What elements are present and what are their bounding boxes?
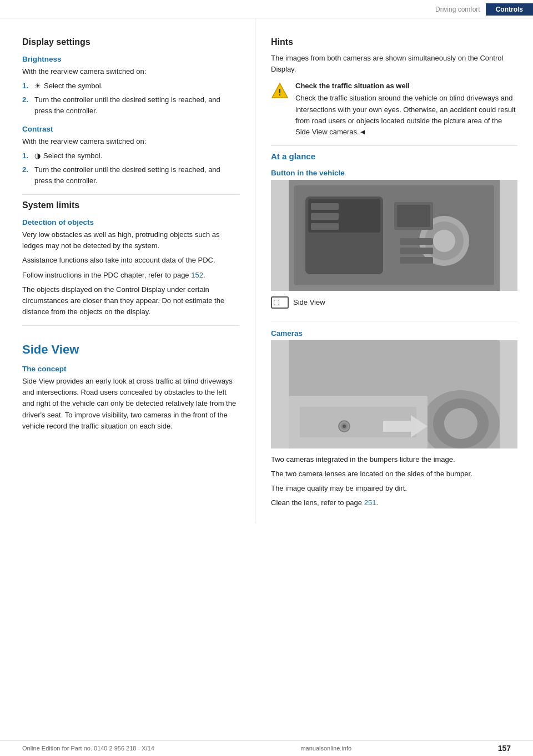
cameras-subtitle: Cameras [271,329,517,337]
detection-subtitle: Detection of objects [22,218,239,226]
warning-body-text: Check the traffic situation around the v… [295,94,516,135]
warning-content: Check the traffic situation as well Chec… [295,80,517,138]
warning-icon: ! [271,82,291,101]
step-text: Turn the controller until the desired se… [34,164,239,187]
page-link-251[interactable]: 251 [364,498,376,507]
divider-right-2 [271,321,517,321]
contrast-step-2: 2. Turn the controller until the desired… [22,164,239,187]
concept-text: Side View provides an early look at cros… [22,376,239,432]
divider-2 [22,325,239,326]
page-footer: Online Edition for Part no. 0140 2 956 2… [0,740,533,756]
system-limits-title: System limits [22,200,239,210]
contrast-icon: ◑ [34,150,41,162]
svg-rect-7 [311,213,339,220]
brightness-step-2: 2. Turn the controller until the desired… [22,94,239,117]
cameras-svg [289,340,500,448]
hints-title: Hints [271,37,517,47]
side-view-icon-row: Side View [271,296,325,309]
warning-box: ! Check the traffic situation as well Ch… [271,80,517,138]
detection-para-4: The objects displayed on the Control Dis… [22,284,239,317]
right-column: Hints The images from both cameras are s… [255,18,533,523]
at-a-glance-title: At a glance [271,152,517,161]
cameras-caption-4-text: Clean the lens, refer to page [271,498,364,507]
step-num: 2. [22,94,34,105]
svg-rect-8 [311,223,339,230]
divider-right-1 [271,145,517,146]
display-settings-title: Display settings [22,37,239,47]
footer-edition: Online Edition for Part no. 0140 2 956 2… [22,745,154,752]
contrast-steps: 1. ◑ Select the symbol. 2. Turn the cont… [22,150,239,187]
car-interior-image [271,180,517,291]
sun-icon: ☀ [34,80,41,92]
cameras-caption-2: The two camera lenses are located on the… [271,468,517,480]
cameras-caption-1: Two cameras integrated in the bumpers li… [271,454,517,465]
svg-point-27 [343,425,346,428]
page-link-152[interactable]: 152 [191,271,203,279]
detection-para-2: Assistance functions also take into acco… [22,255,239,266]
page-header: Driving comfort Controls [0,0,533,18]
step-num: 2. [22,164,34,175]
detection-para-3-suffix: . [203,271,205,279]
svg-text:!: ! [278,88,281,97]
side-view-title: Side View [22,342,239,357]
header-driving-comfort: Driving comfort [435,6,486,13]
svg-point-11 [433,230,455,252]
side-view-caption: Side View [293,298,325,306]
cameras-caption-3: The image quality may be impaired by dir… [271,483,517,494]
svg-rect-14 [400,238,433,245]
svg-rect-6 [311,203,339,210]
triangle-warning-svg: ! [271,82,289,99]
contrast-intro: With the rearview camera switched on: [22,136,239,147]
left-column: Display settings Brightness With the rea… [0,18,255,523]
step-text: Turn the controller until the desired se… [34,94,239,117]
brightness-steps: 1. ☀ Select the symbol. 2. Turn the cont… [22,80,239,117]
cameras-caption-4: Clean the lens, refer to page 251. [271,497,517,508]
svg-rect-13 [397,205,430,227]
cameras-caption-4-suffix: . [376,498,378,507]
svg-rect-15 [400,248,433,254]
svg-rect-16 [400,257,433,264]
footer-page-number: 157 [498,744,511,753]
brightness-intro: With the rearview camera switched on: [22,66,239,77]
button-vehicle-subtitle: Button in the vehicle [271,169,517,177]
footer-site: manualsonline.info [300,745,351,752]
hints-intro: The images from both cameras are shown s… [271,53,517,75]
divider-1 [22,194,239,195]
header-controls: Controls [486,3,533,16]
contrast-subtitle: Contrast [22,125,239,133]
detection-para-3-text: Follow instructions in the PDC chapter, … [22,271,191,279]
warning-bold-text: Check the traffic situation as well [295,80,517,92]
concept-subtitle: The concept [22,365,239,373]
step-num: 1. [22,80,34,92]
cameras-image [271,340,517,448]
car-interior-svg [289,180,500,291]
side-view-icon-box [271,296,289,309]
step-text: Select the symbol. [44,80,103,92]
contrast-step-1: 1. ◑ Select the symbol. [22,150,239,162]
main-content: Display settings Brightness With the rea… [0,18,533,523]
step-text: Select the symbol. [43,150,102,162]
step-num: 1. [22,150,34,162]
detection-para-3: Follow instructions in the PDC chapter, … [22,270,239,281]
detection-para-1: Very low obstacles as well as high, prot… [22,229,239,251]
brightness-subtitle: Brightness [22,55,239,63]
brightness-step-1: 1. ☀ Select the symbol. [22,80,239,92]
svg-point-21 [444,408,477,439]
